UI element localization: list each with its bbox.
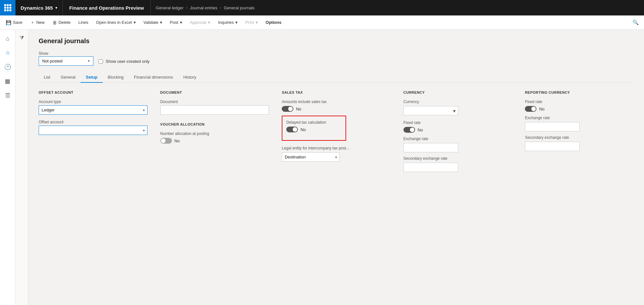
show-user-created-label: Show user-created only <box>106 59 150 64</box>
reporting-fixed-rate-row: No <box>525 106 634 112</box>
print-button[interactable]: Print ▾ <box>242 19 261 26</box>
tab-financial-dimensions[interactable]: Financial dimensions <box>129 72 178 83</box>
currency-title: CURRENCY <box>403 91 512 94</box>
module-name: Finance and Operations Preview <box>63 0 151 15</box>
secondary-exchange-rate-label: Secondary exchange rate <box>403 156 512 161</box>
search-icon[interactable]: 🔍 <box>630 18 641 27</box>
show-filter-row: Show Not posted ▾ Show user-created only <box>39 51 634 66</box>
sidebar-item-modules[interactable]: ☰ <box>1 89 14 102</box>
show-dropdown[interactable]: Not posted ▾ <box>39 56 93 66</box>
page-title: General journals <box>39 37 634 45</box>
options-button[interactable]: Options <box>262 19 285 26</box>
tab-blocking[interactable]: Blocking <box>103 72 129 83</box>
legal-entity-label: Legal entity for intercompany tax post..… <box>282 146 391 150</box>
breadcrumb-item-gj[interactable]: General journals <box>224 5 254 10</box>
filter-panel: ⧩ <box>15 30 28 305</box>
account-type-select[interactable]: Ledger Customer Vendor Bank <box>39 105 147 115</box>
document-title: DOCUMENT <box>160 91 269 94</box>
account-type-select-wrapper: Ledger Customer Vendor Bank <box>39 105 147 115</box>
breadcrumb-item-je[interactable]: Journal entries <box>190 5 217 10</box>
sidebar-item-favorites[interactable]: ☆ <box>1 46 14 59</box>
filter-icon[interactable]: ⧩ <box>16 32 28 44</box>
reporting-secondary-exchange-rate-input[interactable] <box>525 142 580 151</box>
document-input[interactable] <box>160 105 269 115</box>
breadcrumb-sep-2: › <box>220 5 221 10</box>
command-bar: 💾 Save ＋ New 🗑 Delete Lines Open lines i… <box>0 15 644 30</box>
number-allocation-value: No <box>175 138 180 143</box>
reporting-fixed-rate-value: No <box>539 107 545 111</box>
breadcrumb-item-gl[interactable]: General ledger <box>156 5 184 10</box>
save-icon: 💾 <box>6 20 11 25</box>
currency-label: Currency <box>403 100 512 104</box>
amounts-include-toggle[interactable] <box>282 106 293 112</box>
currency-fixed-rate-value: No <box>418 128 423 132</box>
chevron-down-icon: ▾ <box>208 20 210 25</box>
new-button[interactable]: ＋ New <box>27 18 48 27</box>
chevron-down-icon: ▾ <box>180 20 182 25</box>
currency-fixed-rate-toggle[interactable] <box>403 127 415 133</box>
currency-fixed-rate-row: No <box>403 127 512 133</box>
amounts-include-row: No <box>282 106 391 112</box>
lines-button[interactable]: Lines <box>75 19 91 26</box>
setup-content: OFFSET ACCOUNT Account type Ledger Custo… <box>39 91 634 176</box>
number-allocation-label: Number allocation at posting <box>160 131 269 136</box>
inquiries-button[interactable]: Inquiries ▾ <box>215 19 241 26</box>
show-user-created-checkbox[interactable] <box>99 59 103 64</box>
left-sidebar: ⌂ ☆ 🕐 ▦ ☰ <box>0 30 15 305</box>
delete-button[interactable]: 🗑 Delete <box>49 19 74 26</box>
waffle-icon <box>4 4 11 11</box>
delayed-tax-box: Delayed tax calculation No <box>282 116 346 141</box>
legal-entity-select[interactable]: Destination Source <box>282 152 340 162</box>
amounts-include-value: No <box>296 107 301 111</box>
show-dropdown-value: Not posted <box>42 59 62 63</box>
exchange-rate-label: Exchange rate <box>403 137 512 141</box>
sidebar-item-home[interactable]: ⌂ <box>1 32 14 45</box>
app-switcher[interactable]: Dynamics 365 ▾ <box>15 0 63 15</box>
reporting-fixed-rate-toggle[interactable] <box>525 106 536 112</box>
tab-bar: List General Setup Blocking Financial di… <box>39 72 634 83</box>
currency-section: CURRENCY Currency Fixed rate No Exchange… <box>403 91 512 176</box>
number-allocation-toggle[interactable] <box>160 138 172 144</box>
breadcrumb: General ledger › Journal entries › Gener… <box>151 5 260 10</box>
currency-select-wrapper <box>403 106 458 115</box>
show-user-created-checkbox-label[interactable]: Show user-created only <box>99 59 150 64</box>
tab-history[interactable]: History <box>178 72 201 83</box>
tab-list[interactable]: List <box>39 72 55 83</box>
delayed-tax-toggle[interactable] <box>286 127 298 132</box>
app-name: Dynamics 365 <box>21 5 53 11</box>
offset-account-select-wrapper <box>39 126 147 135</box>
sidebar-item-recent[interactable]: 🕐 <box>1 61 14 73</box>
reporting-exchange-rate-label: Exchange rate <box>525 116 634 120</box>
tab-setup[interactable]: Setup <box>80 72 102 83</box>
waffle-button[interactable] <box>0 0 15 15</box>
amounts-include-label: Amounts include sales tax <box>282 100 391 104</box>
chevron-down-icon: ▾ <box>134 20 136 25</box>
save-button[interactable]: 💾 Save <box>3 19 26 26</box>
chevron-down-icon: ▾ <box>256 20 258 25</box>
secondary-exchange-rate-input[interactable] <box>403 163 458 172</box>
open-in-excel-button[interactable]: Open lines in Excel ▾ <box>93 19 139 26</box>
document-section: DOCUMENT Document VOUCHER ALLOCATION Num… <box>160 91 269 176</box>
delayed-tax-label: Delayed tax calculation <box>286 120 342 125</box>
voucher-allocation-title: VOUCHER ALLOCATION <box>160 122 269 126</box>
chevron-down-icon: ▾ <box>160 20 162 25</box>
document-field-label: Document <box>160 100 269 104</box>
tab-general[interactable]: General <box>55 72 80 83</box>
currency-select[interactable] <box>403 106 458 115</box>
exchange-rate-input[interactable] <box>403 143 458 152</box>
reporting-secondary-exchange-rate-label: Secondary exchange rate <box>525 135 634 140</box>
legal-entity-dropdown-wrapper: Destination Source <box>282 152 340 162</box>
number-allocation-row: No <box>160 138 269 144</box>
post-button[interactable]: Post ▾ <box>167 19 185 26</box>
offset-account-select[interactable] <box>39 126 147 135</box>
show-label: Show <box>39 51 93 56</box>
sidebar-item-workspaces[interactable]: ▦ <box>1 75 14 88</box>
chevron-down-icon: ▾ <box>235 20 238 25</box>
delayed-tax-row: No <box>286 127 342 132</box>
approval-button[interactable]: Approval ▾ <box>187 19 213 26</box>
validate-button[interactable]: Validate ▾ <box>140 19 166 26</box>
breadcrumb-sep-1: › <box>186 5 187 10</box>
delayed-tax-value: No <box>300 127 306 132</box>
reporting-exchange-rate-input[interactable] <box>525 122 580 131</box>
delete-icon: 🗑 <box>52 20 57 25</box>
